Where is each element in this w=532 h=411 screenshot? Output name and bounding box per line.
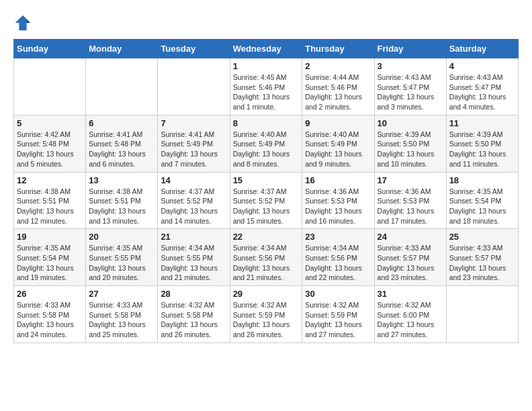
calendar-cell: 18Sunrise: 4:35 AM Sunset: 5:54 PM Dayli… xyxy=(446,172,518,229)
calendar-cell: 29Sunrise: 4:32 AM Sunset: 5:59 PM Dayli… xyxy=(230,286,302,343)
calendar-cell: 15Sunrise: 4:37 AM Sunset: 5:52 PM Dayli… xyxy=(230,172,302,229)
calendar-cell: 6Sunrise: 4:41 AM Sunset: 5:48 PM Daylig… xyxy=(86,115,158,172)
calendar-week-1: 1Sunrise: 4:45 AM Sunset: 5:46 PM Daylig… xyxy=(14,58,519,116)
calendar-cell: 9Sunrise: 4:40 AM Sunset: 5:49 PM Daylig… xyxy=(302,115,374,172)
day-info: Sunrise: 4:34 AM Sunset: 5:56 PM Dayligh… xyxy=(305,243,371,283)
day-number: 22 xyxy=(233,232,300,242)
day-number: 25 xyxy=(449,232,515,242)
calendar-cell xyxy=(86,58,158,116)
day-number: 12 xyxy=(17,175,83,185)
header xyxy=(13,13,519,32)
day-number: 29 xyxy=(233,289,300,299)
weekday-header-tuesday: Tuesday xyxy=(158,40,230,58)
weekday-header-friday: Friday xyxy=(374,40,446,58)
calendar-cell: 16Sunrise: 4:36 AM Sunset: 5:53 PM Dayli… xyxy=(302,172,374,229)
weekday-header-saturday: Saturday xyxy=(446,40,518,58)
calendar-cell: 23Sunrise: 4:34 AM Sunset: 5:56 PM Dayli… xyxy=(302,229,374,286)
day-number: 6 xyxy=(89,118,154,128)
logo xyxy=(13,13,35,32)
calendar-cell: 3Sunrise: 4:43 AM Sunset: 5:47 PM Daylig… xyxy=(374,58,446,116)
day-info: Sunrise: 4:42 AM Sunset: 5:48 PM Dayligh… xyxy=(17,130,83,169)
day-number: 23 xyxy=(305,232,371,242)
day-number: 17 xyxy=(378,175,443,185)
day-info: Sunrise: 4:35 AM Sunset: 5:54 PM Dayligh… xyxy=(17,243,83,283)
calendar-cell: 1Sunrise: 4:45 AM Sunset: 5:46 PM Daylig… xyxy=(230,58,302,116)
day-number: 8 xyxy=(233,118,300,128)
calendar-cell: 21Sunrise: 4:34 AM Sunset: 5:55 PM Dayli… xyxy=(158,229,230,286)
day-info: Sunrise: 4:41 AM Sunset: 5:48 PM Dayligh… xyxy=(89,130,154,169)
day-number: 5 xyxy=(17,118,83,128)
day-number: 19 xyxy=(17,232,83,242)
day-info: Sunrise: 4:43 AM Sunset: 5:47 PM Dayligh… xyxy=(449,73,515,112)
weekday-header-monday: Monday xyxy=(86,40,158,58)
day-info: Sunrise: 4:45 AM Sunset: 5:46 PM Dayligh… xyxy=(233,73,300,112)
logo-icon xyxy=(13,13,32,32)
calendar-week-3: 12Sunrise: 4:38 AM Sunset: 5:51 PM Dayli… xyxy=(14,172,519,229)
calendar-week-2: 5Sunrise: 4:42 AM Sunset: 5:48 PM Daylig… xyxy=(14,115,519,172)
day-number: 2 xyxy=(305,61,371,71)
calendar-cell: 25Sunrise: 4:33 AM Sunset: 5:57 PM Dayli… xyxy=(446,229,518,286)
calendar-cell: 24Sunrise: 4:33 AM Sunset: 5:57 PM Dayli… xyxy=(374,229,446,286)
weekday-header-sunday: Sunday xyxy=(14,40,86,58)
day-info: Sunrise: 4:33 AM Sunset: 5:57 PM Dayligh… xyxy=(378,243,443,283)
calendar-cell: 22Sunrise: 4:34 AM Sunset: 5:56 PM Dayli… xyxy=(230,229,302,286)
day-number: 14 xyxy=(161,175,226,185)
calendar-cell: 10Sunrise: 4:39 AM Sunset: 5:50 PM Dayli… xyxy=(374,115,446,172)
calendar-cell: 19Sunrise: 4:35 AM Sunset: 5:54 PM Dayli… xyxy=(14,229,86,286)
day-info: Sunrise: 4:34 AM Sunset: 5:55 PM Dayligh… xyxy=(161,243,226,283)
calendar-cell: 4Sunrise: 4:43 AM Sunset: 5:47 PM Daylig… xyxy=(446,58,518,116)
day-info: Sunrise: 4:37 AM Sunset: 5:52 PM Dayligh… xyxy=(233,187,300,226)
calendar-cell: 5Sunrise: 4:42 AM Sunset: 5:48 PM Daylig… xyxy=(14,115,86,172)
day-number: 10 xyxy=(378,118,443,128)
weekday-header-wednesday: Wednesday xyxy=(230,40,302,58)
calendar-cell xyxy=(446,286,518,343)
day-number: 21 xyxy=(161,232,226,242)
calendar-cell: 30Sunrise: 4:32 AM Sunset: 5:59 PM Dayli… xyxy=(302,286,374,343)
calendar-cell: 17Sunrise: 4:36 AM Sunset: 5:53 PM Dayli… xyxy=(374,172,446,229)
calendar-cell: 28Sunrise: 4:32 AM Sunset: 5:58 PM Dayli… xyxy=(158,286,230,343)
day-number: 30 xyxy=(305,289,371,299)
day-number: 28 xyxy=(161,289,226,299)
day-info: Sunrise: 4:39 AM Sunset: 5:50 PM Dayligh… xyxy=(378,130,443,169)
calendar-cell: 26Sunrise: 4:33 AM Sunset: 5:58 PM Dayli… xyxy=(14,286,86,343)
calendar-cell: 14Sunrise: 4:37 AM Sunset: 5:52 PM Dayli… xyxy=(158,172,230,229)
day-info: Sunrise: 4:41 AM Sunset: 5:49 PM Dayligh… xyxy=(161,130,226,169)
calendar-header: SundayMondayTuesdayWednesdayThursdayFrid… xyxy=(14,40,519,58)
day-info: Sunrise: 4:37 AM Sunset: 5:52 PM Dayligh… xyxy=(161,187,226,226)
calendar-week-4: 19Sunrise: 4:35 AM Sunset: 5:54 PM Dayli… xyxy=(14,229,519,286)
day-number: 9 xyxy=(305,118,371,128)
day-number: 7 xyxy=(161,118,226,128)
day-info: Sunrise: 4:44 AM Sunset: 5:46 PM Dayligh… xyxy=(305,73,371,112)
day-number: 1 xyxy=(233,61,300,71)
calendar-cell xyxy=(14,58,86,116)
day-info: Sunrise: 4:36 AM Sunset: 5:53 PM Dayligh… xyxy=(305,187,371,226)
day-info: Sunrise: 4:43 AM Sunset: 5:47 PM Dayligh… xyxy=(378,73,443,112)
day-info: Sunrise: 4:38 AM Sunset: 5:51 PM Dayligh… xyxy=(17,187,83,226)
day-number: 27 xyxy=(89,289,154,299)
day-number: 15 xyxy=(233,175,300,185)
day-number: 13 xyxy=(89,175,154,185)
day-info: Sunrise: 4:33 AM Sunset: 5:58 PM Dayligh… xyxy=(89,300,154,340)
calendar-cell: 2Sunrise: 4:44 AM Sunset: 5:46 PM Daylig… xyxy=(302,58,374,116)
calendar-cell: 27Sunrise: 4:33 AM Sunset: 5:58 PM Dayli… xyxy=(86,286,158,343)
calendar-cell: 11Sunrise: 4:39 AM Sunset: 5:50 PM Dayli… xyxy=(446,115,518,172)
day-info: Sunrise: 4:38 AM Sunset: 5:51 PM Dayligh… xyxy=(89,187,154,226)
day-info: Sunrise: 4:32 AM Sunset: 6:00 PM Dayligh… xyxy=(378,300,443,340)
day-info: Sunrise: 4:32 AM Sunset: 5:58 PM Dayligh… xyxy=(161,300,226,340)
weekday-header-thursday: Thursday xyxy=(302,40,374,58)
day-info: Sunrise: 4:34 AM Sunset: 5:56 PM Dayligh… xyxy=(233,243,300,283)
day-info: Sunrise: 4:33 AM Sunset: 5:57 PM Dayligh… xyxy=(449,243,515,283)
day-number: 18 xyxy=(449,175,515,185)
day-number: 3 xyxy=(378,61,443,71)
day-number: 20 xyxy=(89,232,154,242)
calendar-cell: 7Sunrise: 4:41 AM Sunset: 5:49 PM Daylig… xyxy=(158,115,230,172)
day-number: 26 xyxy=(17,289,83,299)
day-number: 16 xyxy=(305,175,371,185)
day-info: Sunrise: 4:40 AM Sunset: 5:49 PM Dayligh… xyxy=(305,130,371,169)
calendar-cell: 13Sunrise: 4:38 AM Sunset: 5:51 PM Dayli… xyxy=(86,172,158,229)
day-info: Sunrise: 4:40 AM Sunset: 5:49 PM Dayligh… xyxy=(233,130,300,169)
day-info: Sunrise: 4:35 AM Sunset: 5:55 PM Dayligh… xyxy=(89,243,154,283)
day-number: 24 xyxy=(378,232,443,242)
calendar-cell xyxy=(158,58,230,116)
calendar-cell: 20Sunrise: 4:35 AM Sunset: 5:55 PM Dayli… xyxy=(86,229,158,286)
